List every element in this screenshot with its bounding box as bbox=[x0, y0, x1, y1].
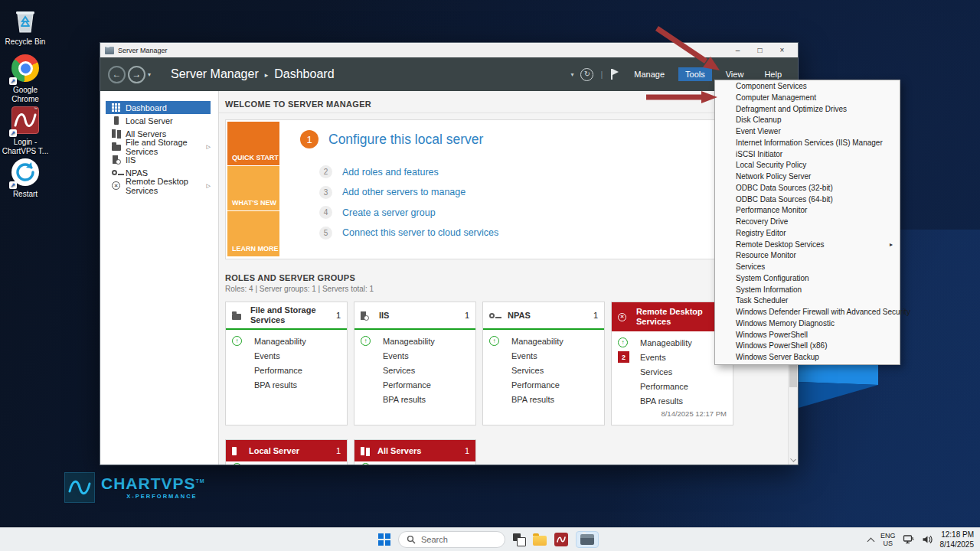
role-metric-link[interactable]: ↑ BPA results bbox=[483, 392, 604, 406]
taskbar-clock[interactable]: 12:18 PM 8/14/2025 bbox=[940, 530, 975, 549]
tools-menu-item[interactable]: Internet Information Services (IIS) Mana… bbox=[715, 138, 900, 149]
desktop-icon-google-chrome[interactable]: Google Chrome bbox=[1, 54, 50, 103]
back-button[interactable]: ← bbox=[108, 66, 126, 83]
scroll-down-icon[interactable] bbox=[790, 456, 796, 462]
start-button[interactable] bbox=[378, 533, 390, 546]
minimize-button[interactable]: – bbox=[727, 43, 749, 57]
close-button[interactable]: × bbox=[771, 43, 793, 57]
role-metric-link[interactable]: ↑ Manageability bbox=[483, 334, 604, 348]
tools-menu-item[interactable]: Windows Memory Diagnostic ▸ bbox=[715, 318, 900, 330]
tools-menu-item[interactable]: Disk Cleanup ▸ bbox=[715, 115, 900, 126]
tools-menu-item[interactable]: Windows Server Backup ▸ bbox=[715, 352, 900, 364]
server-icon bbox=[232, 447, 249, 455]
notifications-flag-icon[interactable] bbox=[611, 69, 619, 80]
role-metric-link[interactable]: ↑ Performance bbox=[483, 377, 604, 392]
tools-menu-item[interactable]: Windows PowerShell (x86) ▸ bbox=[715, 341, 900, 352]
group-card-header[interactable]: All Servers 1 bbox=[354, 440, 475, 461]
tools-menu-item[interactable]: Component Services ▸ bbox=[715, 81, 900, 93]
menu-manage[interactable]: Manage bbox=[627, 67, 671, 81]
chartvps-taskbar-button[interactable] bbox=[554, 533, 568, 546]
maximize-button[interactable]: □ bbox=[749, 43, 771, 57]
tools-menu-item[interactable]: Resource Monitor ▸ bbox=[715, 250, 900, 262]
server-manager-taskbar-button[interactable] bbox=[576, 531, 599, 548]
role-card-header[interactable]: File and Storage Services 1 bbox=[226, 302, 347, 330]
tools-menu-item[interactable]: Local Security Policy ▸ bbox=[715, 160, 900, 171]
role-metric-link[interactable]: ↑ Manageability bbox=[226, 334, 347, 348]
breadcrumb-current: Dashboard bbox=[274, 67, 334, 81]
quick-start-step-link[interactable]: 3 Add other servers to manage bbox=[319, 186, 498, 199]
tools-menu-item[interactable]: Remote Desktop Services ▸ bbox=[715, 240, 900, 251]
role-card-title: IIS bbox=[379, 311, 460, 321]
tab-quick-start[interactable]: QUICK START bbox=[227, 122, 279, 165]
tab-whats-new[interactable]: WHAT'S NEW bbox=[227, 166, 279, 210]
quick-start-step-link[interactable]: 4 Create a server group bbox=[319, 206, 498, 219]
chrome-icon bbox=[11, 54, 40, 83]
tools-menu-item[interactable]: Task Scheduler ▸ bbox=[715, 295, 900, 307]
breadcrumb-root[interactable]: Server Manager bbox=[171, 67, 259, 81]
desktop-icon-login-chartvps[interactable]: ™ Login - ChartVPS T... bbox=[1, 106, 50, 155]
quick-start-step-link[interactable]: 1 Configure this local server bbox=[300, 130, 498, 148]
role-metric-link[interactable]: ↑ Performance bbox=[354, 377, 475, 392]
tools-menu-item[interactable]: Services ▸ bbox=[715, 262, 900, 273]
tools-menu-item[interactable]: Windows Defender Firewall with Advanced … bbox=[715, 307, 900, 318]
tools-menu-item-label: Services bbox=[736, 262, 765, 271]
forward-button[interactable]: → bbox=[128, 66, 145, 83]
tools-menu-item[interactable]: System Information ▸ bbox=[715, 285, 900, 296]
window-titlebar[interactable]: Server Manager – □ × bbox=[100, 43, 798, 57]
menu-tools[interactable]: Tools bbox=[678, 67, 712, 81]
group-card-header[interactable]: Local Server 1 bbox=[226, 440, 347, 461]
language-switcher[interactable]: ENG US bbox=[880, 532, 896, 548]
tools-menu-item[interactable]: ODBC Data Sources (64-bit) ▸ bbox=[715, 194, 900, 206]
role-metric-link[interactable]: ↑ Performance bbox=[612, 379, 733, 393]
welcome-tile: QUICK START WHAT'S NEW LEARN MORE 1 Conf… bbox=[225, 119, 715, 259]
role-metric-link[interactable]: ↑ Manageability bbox=[354, 334, 475, 348]
tools-menu-item[interactable]: Defragment and Optimize Drives ▸ bbox=[715, 104, 900, 116]
tools-menu-item[interactable]: Windows PowerShell ▸ bbox=[715, 330, 900, 341]
notifications-caret-icon[interactable]: ▾ bbox=[570, 71, 573, 78]
role-metric-link[interactable]: ↑ BPA results bbox=[226, 377, 347, 392]
tools-menu-item-label: Windows Defender Firewall with Advanced … bbox=[736, 308, 910, 316]
volume-icon[interactable] bbox=[922, 534, 933, 545]
role-metric-link[interactable]: ↑ Performance bbox=[226, 363, 347, 377]
tools-menu-item[interactable]: System Configuration ▸ bbox=[715, 273, 900, 285]
role-metric-link[interactable]: ↑ BPA results bbox=[354, 392, 475, 406]
group-card-count: 1 bbox=[465, 446, 469, 455]
network-icon[interactable] bbox=[903, 534, 915, 545]
tools-menu-item[interactable]: Computer Management ▸ bbox=[715, 93, 900, 104]
taskbar-search[interactable]: Search bbox=[398, 531, 505, 548]
role-metric-link[interactable]: ↑ Services bbox=[612, 364, 733, 379]
tools-menu-item[interactable]: Network Policy Server ▸ bbox=[715, 171, 900, 183]
sidebar-item-dashboard[interactable]: Dashboard bbox=[106, 101, 211, 114]
history-caret-icon[interactable]: ▾ bbox=[148, 71, 151, 78]
sidebar-item-local-server[interactable]: Local Server bbox=[106, 114, 211, 127]
tools-menu-item[interactable]: Performance Monitor ▸ bbox=[715, 205, 900, 217]
role-metric-link[interactable]: ↑ BPA results bbox=[612, 393, 733, 408]
tray-chevron-up-icon[interactable] bbox=[867, 537, 875, 545]
tools-menu-item[interactable]: ODBC Data Sources (32-bit) ▸ bbox=[715, 183, 900, 194]
task-view-button[interactable] bbox=[513, 533, 525, 546]
refresh-icon[interactable]: ↻ bbox=[580, 68, 593, 81]
tools-menu-item[interactable]: Registry Editor ▸ bbox=[715, 228, 900, 240]
quick-start-step-link[interactable]: 5 Connect this server to cloud services bbox=[319, 227, 498, 240]
desktop-icon-recycle-bin[interactable]: Recycle Bin bbox=[1, 6, 50, 47]
tools-menu-item[interactable]: iSCSI Initiator ▸ bbox=[715, 149, 900, 161]
tools-menu-item[interactable]: Event Viewer ▸ bbox=[715, 126, 900, 138]
tools-menu-item-label: Computer Management bbox=[736, 93, 816, 102]
role-metric-link[interactable]: ↑ Services bbox=[483, 363, 604, 377]
role-metric-link[interactable]: ↑ Events bbox=[483, 348, 604, 363]
file-explorer-button[interactable] bbox=[533, 536, 547, 546]
role-metric-link[interactable]: ↑ Services bbox=[354, 363, 475, 377]
tools-menu-item-label: Network Policy Server bbox=[736, 172, 811, 181]
server-icon bbox=[109, 116, 122, 125]
sidebar-item-file-storage-services[interactable]: File and Storage Services ▷ bbox=[106, 140, 211, 153]
desktop-icon-restart[interactable]: Restart bbox=[1, 158, 50, 199]
tools-menu-item[interactable]: Recovery Drive ▸ bbox=[715, 217, 900, 228]
sidebar-item-remote-desktop-services[interactable]: Remote Desktop Services ▷ bbox=[106, 179, 211, 192]
tools-menu-item-label: ODBC Data Sources (64-bit) bbox=[736, 195, 833, 204]
quick-start-step-link[interactable]: 2 Add roles and features bbox=[319, 165, 498, 178]
role-metric-link[interactable]: ↑ Events bbox=[354, 348, 475, 363]
role-metric-link[interactable]: ↑ Events bbox=[226, 348, 347, 363]
role-card-header[interactable]: IIS 1 bbox=[354, 302, 475, 330]
tab-learn-more[interactable]: LEARN MORE bbox=[227, 211, 279, 256]
role-card-header[interactable]: NPAS 1 bbox=[483, 302, 604, 330]
